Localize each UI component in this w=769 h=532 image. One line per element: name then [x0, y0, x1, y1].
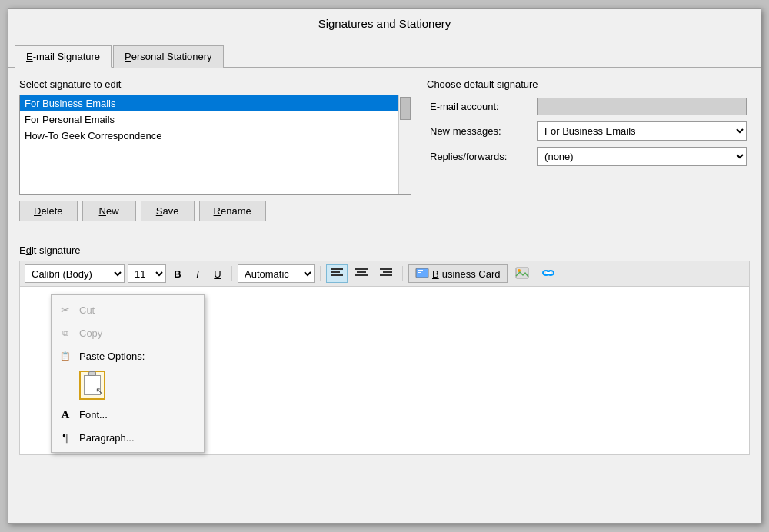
signature-item-personal[interactable]: For Personal Emails: [20, 111, 411, 128]
svg-rect-8: [380, 268, 392, 270]
signature-item-biz[interactable]: For Business Emails: [20, 95, 411, 111]
business-card-label: B: [432, 268, 439, 280]
font-color-select[interactable]: Automatic: [238, 264, 315, 283]
font-icon: A: [58, 407, 73, 422]
email-account-input[interactable]: [537, 98, 747, 115]
svg-rect-0: [331, 268, 343, 270]
signature-list: For Business Emails For Personal Emails …: [20, 95, 411, 144]
new-messages-select[interactable]: For Business Emails For Personal Emails …: [537, 121, 747, 141]
menu-item-font[interactable]: A Font...: [52, 403, 204, 426]
email-account-label: E-mail account:: [427, 95, 534, 118]
align-center-button[interactable]: [351, 264, 372, 283]
scrollbar-thumb[interactable]: [400, 97, 411, 120]
new-messages-label: New messages:: [427, 118, 534, 144]
signature-list-container[interactable]: For Business Emails For Personal Emails …: [19, 95, 411, 195]
tab-email-label: E-mail Signature: [26, 51, 100, 62]
business-card-button[interactable]: Business Card: [408, 264, 508, 283]
paste-sub-row: ↖: [79, 371, 198, 400]
svg-rect-16: [516, 268, 528, 278]
menu-item-cut[interactable]: ✂ Cut: [52, 298, 204, 321]
signature-button-row: Delete New Save Rename: [19, 201, 411, 221]
edit-sig-section-label: Edit signature: [19, 244, 750, 256]
picture-button[interactable]: [511, 264, 534, 283]
svg-rect-1: [331, 271, 340, 273]
svg-rect-7: [358, 278, 365, 278]
menu-item-copy[interactable]: ⧉ Copy: [52, 321, 204, 344]
paste-options-label: Paste Options:: [79, 351, 145, 362]
email-account-row: E-mail account:: [427, 95, 750, 118]
svg-rect-6: [355, 274, 368, 276]
paragraph-icon: ¶: [58, 430, 73, 445]
svg-rect-5: [357, 271, 366, 273]
menu-item-paragraph[interactable]: ¶ Paragraph...: [52, 426, 204, 449]
svg-rect-10: [380, 274, 392, 276]
underline-button[interactable]: U: [209, 264, 226, 283]
scrollbar-track[interactable]: [398, 95, 411, 194]
tab-personal-label: Personal Stationery: [125, 51, 211, 62]
dialog-title: Signatures and Stationery: [8, 9, 761, 38]
font-family-select[interactable]: Calibri (Body): [25, 264, 125, 283]
dialog-window: Signatures and Stationery E-mail Signatu…: [8, 8, 761, 524]
svg-rect-14: [418, 272, 421, 273]
separator-3: [402, 266, 403, 281]
paste-options-icon: 📋: [58, 348, 73, 364]
svg-rect-15: [418, 274, 421, 274]
tab-personal-stationery[interactable]: Personal Stationery: [113, 45, 223, 68]
replies-label: Replies/forwards:: [427, 144, 534, 169]
default-sig-table: E-mail account: New messages: For Busine…: [427, 95, 750, 169]
select-sig-label: Select signature to edit: [19, 78, 411, 90]
content-area: Select signature to edit For Business Em…: [8, 68, 761, 523]
svg-rect-3: [331, 278, 338, 278]
svg-rect-11: [384, 278, 392, 278]
editor-toolbar: Calibri (Body) 11 B I U Automatic: [19, 261, 750, 286]
svg-rect-4: [355, 268, 368, 270]
replies-select[interactable]: (none) For Business Emails For Personal …: [537, 147, 747, 166]
left-panel: Select signature to edit For Business Em…: [19, 78, 411, 232]
replies-row: Replies/forwards: (none) For Business Em…: [427, 144, 750, 169]
bold-button[interactable]: B: [169, 264, 186, 283]
paste-icon-button[interactable]: ↖: [79, 371, 105, 400]
svg-rect-13: [418, 270, 423, 271]
new-button[interactable]: New: [82, 201, 136, 221]
default-sig-label: Choose default signature: [427, 78, 750, 90]
italic-button[interactable]: I: [189, 264, 206, 283]
copy-icon: ⧉: [58, 325, 73, 341]
align-left-button[interactable]: [326, 264, 348, 283]
business-card-icon: [415, 268, 429, 281]
rename-button[interactable]: Rename: [199, 201, 266, 221]
font-label: Font...: [79, 409, 108, 421]
svg-rect-20: [546, 272, 551, 274]
signature-item-geek[interactable]: How-To Geek Correspondence: [20, 128, 411, 144]
svg-rect-9: [383, 271, 392, 273]
font-size-select[interactable]: 11: [128, 264, 166, 283]
cut-icon: ✂: [58, 302, 73, 318]
tab-email-signature[interactable]: E-mail Signature: [15, 45, 112, 68]
align-right-button[interactable]: [375, 264, 397, 283]
right-panel: Choose default signature E-mail account:…: [427, 78, 750, 232]
context-menu: ✂ Cut ⧉ Copy 📋 Paste Options:: [51, 294, 205, 453]
tab-bar: E-mail Signature Personal Stationery: [8, 38, 761, 68]
paragraph-label: Paragraph...: [79, 432, 135, 444]
separator-1: [231, 266, 232, 281]
copy-label: Copy: [79, 328, 102, 339]
signature-editor[interactable]: ✂ Cut ⧉ Copy 📋 Paste Options:: [19, 286, 750, 455]
cut-label: Cut: [79, 304, 95, 316]
save-button[interactable]: Save: [141, 201, 195, 221]
svg-rect-2: [331, 274, 343, 276]
menu-item-paste-options[interactable]: 📋 Paste Options:: [52, 344, 204, 367]
edit-sig-section: Edit signature Calibri (Body) 11 B I U A…: [19, 244, 750, 455]
new-messages-row: New messages: For Business Emails For Pe…: [427, 118, 750, 144]
separator-2: [320, 266, 321, 281]
business-card-label-rest: usiness Card: [442, 268, 501, 280]
delete-button[interactable]: Delete: [19, 201, 78, 221]
top-section: Select signature to edit For Business Em…: [19, 78, 750, 232]
signature-list-wrapper: For Business Emails For Personal Emails …: [19, 95, 411, 195]
hyperlink-button[interactable]: [537, 264, 560, 283]
